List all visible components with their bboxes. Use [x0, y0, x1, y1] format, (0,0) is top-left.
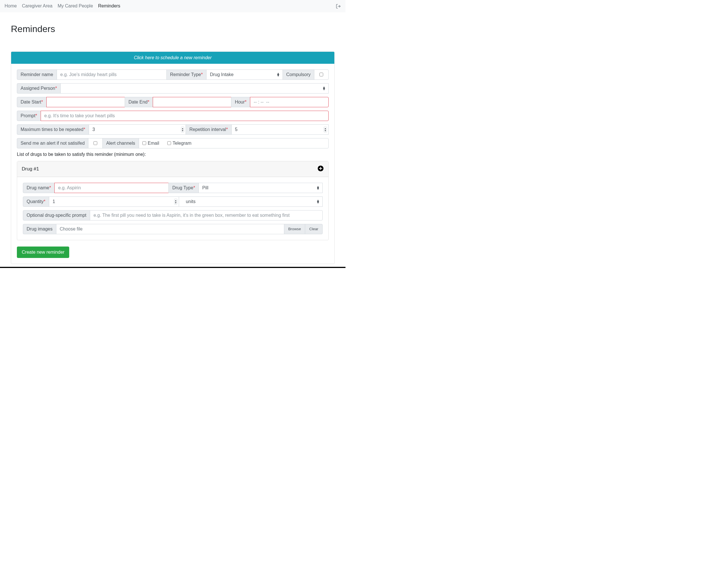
alert-channels-group: Email Telegram	[139, 138, 329, 148]
label-reminder-type: Reminder Type*	[166, 69, 207, 80]
quantity-input[interactable]	[49, 196, 179, 207]
reminder-name-input[interactable]	[57, 69, 167, 80]
telegram-checkbox[interactable]	[167, 141, 171, 145]
reminder-card: Click here to schedule a new reminder Re…	[11, 51, 335, 264]
add-drug-icon[interactable]	[317, 165, 324, 173]
label-date-start: Date Start*	[17, 97, 47, 107]
clear-button[interactable]: Clear	[305, 224, 322, 234]
repetition-interval-input[interactable]	[231, 124, 329, 135]
label-reminder-name: Reminder name	[17, 69, 57, 80]
label-alert-channels: Alert channels	[102, 138, 139, 148]
label-email: Email	[148, 141, 159, 146]
label-hour: Hour*	[231, 97, 250, 107]
assigned-person-select[interactable]	[60, 83, 329, 93]
banner-schedule-reminder[interactable]: Click here to schedule a new reminder	[11, 52, 334, 64]
drug-type-select[interactable]: Pill	[198, 183, 322, 193]
drug-section-title: Drug #1	[22, 166, 39, 172]
browse-button[interactable]: Browse	[284, 224, 305, 234]
navbar: Home Caregiver Area My Cared People Remi…	[0, 0, 345, 12]
label-assigned-person: Assigned Person*	[17, 83, 61, 93]
drug-name-input[interactable]	[54, 183, 169, 193]
label-repetition-interval: Repetition interval*	[186, 124, 231, 135]
file-input[interactable]: Choose file	[56, 224, 284, 234]
logout-icon[interactable]	[336, 3, 341, 9]
label-max-repeated: Maximum times to be repeated*	[17, 124, 89, 135]
nav-my-cared-people[interactable]: My Cared People	[58, 3, 93, 8]
prompt-input[interactable]	[41, 111, 329, 121]
label-prompt: Prompt*	[17, 111, 41, 121]
date-start-input[interactable]	[46, 97, 125, 107]
reminder-type-select[interactable]: Drug Intake	[206, 69, 283, 80]
label-optional-prompt: Optional drug-specific prompt	[23, 210, 90, 220]
nav-reminders[interactable]: Reminders	[98, 3, 120, 8]
compulsory-checkbox-wrap	[314, 69, 329, 80]
nav-home[interactable]: Home	[5, 3, 17, 8]
label-drug-type: Drug Type*	[168, 183, 199, 193]
drug-card: Drug #1 Drug name* Drug Type* Pill	[17, 161, 329, 240]
units-select[interactable]: units	[179, 196, 322, 207]
label-quantity: Quantity*	[23, 196, 49, 207]
max-repeated-input[interactable]	[89, 124, 186, 135]
create-reminder-button[interactable]: Create new reminder	[17, 247, 69, 258]
send-alert-checkbox[interactable]	[93, 141, 97, 145]
nav-caregiver-area[interactable]: Caregiver Area	[22, 3, 52, 8]
hour-input[interactable]	[250, 97, 329, 107]
date-end-input[interactable]	[153, 97, 231, 107]
page-title: Reminders	[11, 24, 335, 34]
drugs-intro-text: List of drugs to be taken to satisfy thi…	[17, 152, 329, 157]
label-date-end: Date End*	[125, 97, 153, 107]
label-compulsory: Compulsory	[282, 69, 314, 80]
label-drug-images: Drug images	[23, 224, 56, 234]
optional-prompt-input[interactable]	[90, 210, 322, 220]
compulsory-checkbox[interactable]	[319, 72, 323, 76]
label-send-alert: Send me an alert if not satisifed	[17, 138, 88, 148]
email-checkbox[interactable]	[143, 141, 146, 145]
label-drug-name: Drug name*	[23, 183, 55, 193]
label-telegram: Telegram	[173, 141, 192, 146]
bottom-divider	[0, 267, 345, 268]
